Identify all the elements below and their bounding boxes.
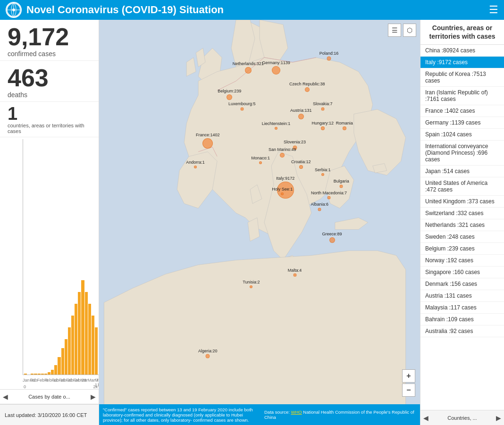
chart-bar [88, 304, 91, 375]
country-list-item[interactable]: Spain :1024 cases [420, 129, 504, 141]
chart-bar [38, 374, 41, 375]
zoom-out-button[interactable]: − [402, 383, 415, 397]
country-list-item[interactable]: Denmark :156 cases [420, 278, 504, 290]
countries-prev-button[interactable]: ◀ [420, 410, 431, 425]
country-name: Bahrain :109 cases [425, 316, 474, 323]
chart-bar [48, 372, 50, 375]
country-name: Denmark :156 cases [425, 281, 477, 287]
country-list-item[interactable]: Norway :192 cases [420, 255, 504, 267]
cases-prev-button[interactable]: ◀ [0, 390, 11, 404]
chart-x-label: Feb [30, 378, 37, 383]
chart-bar [81, 280, 84, 375]
country-list-item[interactable]: Japan :514 cases [420, 166, 504, 177]
chart-bar [51, 370, 54, 375]
right-panel-header: Countries, areas or territories with cas… [420, 20, 504, 45]
chart-bar [41, 374, 44, 375]
cases-nav[interactable]: ◀ Cases by date o... ▶ [0, 389, 99, 404]
country-list-item[interactable]: Iran (Islamic Republic of) :7161 cases [420, 87, 504, 105]
country-list-item[interactable]: International conveyance (Diamond Prince… [420, 141, 504, 166]
country-list-item[interactable]: Republic of Korea :7513 cases [420, 68, 504, 87]
chart-bar [44, 374, 47, 375]
deaths-number: 463 [8, 66, 91, 90]
cases-next-button[interactable]: ▶ [88, 390, 99, 404]
country-list-item[interactable]: Italy :9172 cases [420, 57, 504, 68]
layer-button[interactable]: ⬡ [403, 24, 416, 37]
footer-note-right: Data source: WHO National Health Commiss… [264, 409, 416, 420]
confirmed-stat: 9,172 confirmed cases [0, 20, 99, 61]
country-list-item[interactable]: Singapore :160 cases [420, 267, 504, 278]
deaths-label: deaths [8, 91, 91, 99]
map-svg [99, 20, 420, 425]
country-name: Japan :514 cases [425, 168, 470, 175]
country-name: United Kingdom :373 cases [425, 198, 495, 205]
countries-list[interactable]: China :80924 casesItaly :9172 casesRepub… [420, 45, 504, 410]
cases-label: Cases by date o... [11, 394, 88, 400]
who-logo [6, 2, 22, 18]
svg-point-4 [12, 8, 15, 11]
countries-stat: 1 countries, areas or territories with c… [0, 102, 99, 137]
country-list-item[interactable]: Australia :92 cases [420, 325, 504, 337]
chart-bar [92, 316, 94, 375]
country-list-item[interactable]: Malaysia :117 cases [420, 302, 504, 314]
chart-bar [78, 292, 81, 375]
country-list-item[interactable]: United Kingdom :373 cases [420, 196, 504, 208]
map-controls: + − [402, 369, 415, 397]
countries-next-button[interactable]: ▶ [493, 410, 504, 425]
country-list-item[interactable]: France :1402 cases [420, 105, 504, 117]
chart-bar [95, 327, 98, 375]
country-name: Austria :131 cases [425, 292, 472, 299]
right-panel: Countries, areas or territories with cas… [420, 20, 504, 425]
chart-x-label: Mar [80, 378, 88, 383]
chart-bar [71, 316, 74, 375]
chart-bar [85, 292, 88, 375]
country-name: Australia :92 cases [425, 328, 473, 334]
chart-y-labels [0, 139, 23, 375]
chart-bar [68, 327, 71, 375]
app-header: Novel Coronavirus (COVID-19) Situation ☰ [0, 0, 504, 20]
country-name: Italy :9172 cases [425, 59, 468, 66]
country-name: China :80924 cases [425, 47, 475, 54]
chart-bar [24, 374, 27, 375]
country-list-item[interactable]: Netherlands :321 cases [420, 219, 504, 231]
chart-x-label: Mar 11 [95, 378, 99, 387]
right-panel-nav[interactable]: ◀ Countries, ... ▶ [420, 410, 504, 425]
map-toolbar: ☰ ⬡ [388, 24, 416, 37]
footer-note-left: "Confirmed" cases reported between 13 an… [103, 407, 255, 423]
country-list-item[interactable]: Austria :131 cases [420, 290, 504, 302]
country-name: Switzerland :332 cases [425, 210, 483, 217]
chart-bar [75, 304, 77, 375]
country-name: Germany :1139 cases [425, 119, 480, 126]
chart-bar [61, 348, 64, 375]
chart-x-labels: Jan 31FebFeb 8Feb 12Feb 16Feb 20Feb 24Fe… [23, 376, 99, 389]
countries-nav-label: Countries, ... [431, 415, 493, 421]
menu-icon[interactable]: ☰ [489, 4, 498, 16]
chart-bar [31, 374, 34, 375]
countries-label: countries, areas or territories with cas… [8, 123, 91, 134]
chart-bar [54, 365, 57, 375]
country-list-item[interactable]: Belgium :239 cases [420, 243, 504, 255]
country-name: Spain :1024 cases [425, 131, 472, 138]
list-view-button[interactable]: ☰ [388, 24, 401, 37]
footer-who-link[interactable]: WHO [291, 409, 302, 415]
footer-notes: "Confirmed" cases reported between 13 an… [99, 404, 420, 425]
footer-datasource-prefix: Data source: [264, 409, 291, 415]
left-panel: 9,172 confirmed cases 463 deaths 1 count… [0, 20, 99, 425]
country-list-item[interactable]: China :80924 cases [420, 45, 504, 57]
country-list-item[interactable]: Switzerland :332 cases [420, 208, 504, 219]
confirmed-label: confirmed cases [8, 50, 91, 58]
app-title: Novel Coronavirus (COVID-19) Situation [26, 4, 489, 16]
chart-area: Jan 31FebFeb 8Feb 12Feb 16Feb 20Feb 24Fe… [0, 137, 99, 389]
country-name: France :1402 cases [425, 108, 475, 114]
zoom-in-button[interactable]: + [402, 369, 415, 383]
country-name: United States of America :472 cases [425, 180, 487, 193]
country-name: International conveyance (Diamond Prince… [425, 143, 488, 163]
last-updated: Last updated: 3/10/2020 16:00 CET [0, 404, 99, 425]
country-list-item[interactable]: Germany :1139 cases [420, 117, 504, 129]
chart-bar [58, 357, 60, 375]
map-area[interactable]: ☰ ⬡ + − World Health Organization, Esri … [99, 20, 420, 425]
chart-bar [34, 374, 37, 375]
country-list-item[interactable]: Bahrain :109 cases [420, 314, 504, 325]
chart-bars [23, 139, 99, 375]
country-list-item[interactable]: Sweden :248 cases [420, 231, 504, 243]
country-list-item[interactable]: United States of America :472 cases [420, 177, 504, 196]
